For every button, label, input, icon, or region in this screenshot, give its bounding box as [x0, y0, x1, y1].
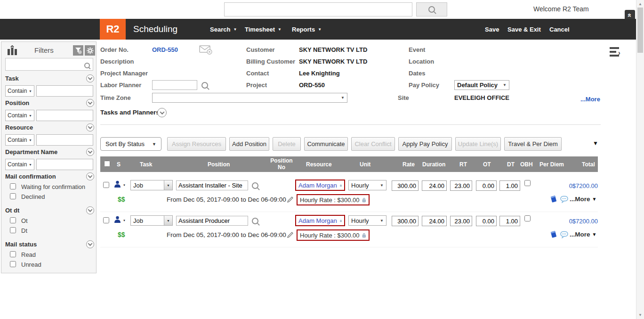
vertical-scrollbar[interactable]: ▲ ▼ — [636, 0, 644, 319]
task-filter-input[interactable] — [36, 85, 93, 97]
unread-checkbox[interactable] — [10, 261, 16, 267]
collapse-section-resource[interactable] — [86, 123, 94, 131]
dt-input[interactable] — [499, 180, 520, 191]
delete-button[interactable]: Delete — [273, 137, 301, 151]
dt-checkbox[interactable] — [10, 227, 16, 233]
collapse-section-department[interactable] — [86, 148, 94, 156]
collapse-section-mail-confirmation[interactable] — [86, 172, 94, 180]
position-operator-select[interactable]: Contain▼ — [5, 110, 34, 121]
resource-locked-field[interactable]: Adam Morgan — [295, 180, 345, 191]
filter-search-input[interactable] — [5, 58, 93, 71]
labor-planner-input[interactable] — [152, 80, 197, 90]
order-no-link[interactable]: ORD-550 — [152, 46, 178, 53]
save-exit-button[interactable]: Save & Exit — [507, 26, 541, 33]
resource-operator-select[interactable]: Contain▼ — [5, 134, 34, 146]
edit-pencil-icon[interactable] — [287, 196, 294, 203]
row-select-checkbox[interactable] — [103, 182, 109, 188]
collapse-section-ot-dt[interactable] — [86, 206, 94, 214]
travel-per-diem-button[interactable]: Travel & Per Diem — [504, 137, 562, 151]
duration-input[interactable] — [422, 180, 447, 191]
nav-menu-search[interactable]: Search▼ — [210, 26, 237, 33]
collapse-section-position[interactable] — [86, 99, 94, 107]
position-input[interactable] — [176, 216, 248, 226]
resource-link[interactable]: Adam Morgan — [298, 182, 337, 189]
clear-conflict-button[interactable]: Clear Conflict — [351, 137, 395, 151]
resource-filter-input[interactable] — [36, 134, 93, 146]
read-checkbox[interactable] — [10, 251, 16, 257]
toolbar-more-caret[interactable]: ▼ — [593, 140, 598, 147]
save-button[interactable]: Save — [485, 26, 499, 33]
communicate-button[interactable]: Communicate — [304, 137, 348, 151]
unit-select[interactable]: Hourly▼ — [348, 215, 386, 226]
rate-input[interactable] — [392, 180, 419, 191]
add-position-button[interactable]: Add Position — [229, 137, 269, 151]
search-icon[interactable] — [252, 218, 258, 224]
ot-input[interactable] — [476, 216, 497, 226]
clear-filter-button[interactable] — [73, 45, 83, 56]
rate-input[interactable] — [392, 216, 419, 226]
collapse-section-task[interactable] — [86, 74, 94, 82]
side-menu-icon[interactable]: › — [610, 47, 624, 58]
notes-book-icon[interactable] — [550, 230, 557, 238]
per-diem-value[interactable]: 0 — [550, 218, 572, 225]
search-icon[interactable] — [252, 182, 258, 189]
task-select[interactable]: Job▼ — [130, 180, 173, 190]
task-select[interactable]: Job▼ — [130, 215, 173, 226]
comment-bubble-icon[interactable] — [560, 196, 568, 203]
assign-resources-button[interactable]: Assign Resources — [167, 137, 226, 151]
task-operator-select[interactable]: Contain▼ — [5, 85, 34, 97]
resource-locked-field[interactable]: Adam Morgan — [295, 215, 345, 226]
department-filter-input[interactable] — [36, 159, 93, 170]
hourly-rate-locked-field[interactable]: Hourly Rate : $300.00 — [297, 229, 370, 241]
total-value[interactable]: $7200.00 — [571, 218, 598, 225]
obh-checkbox[interactable] — [524, 215, 531, 221]
declined-checkbox[interactable] — [10, 193, 16, 199]
apply-pay-policy-button[interactable]: Apply Pay Policy — [398, 137, 452, 151]
notes-book-icon[interactable] — [550, 195, 557, 203]
department-operator-select[interactable]: Contain▼ — [5, 159, 34, 170]
collapse-tasks-panel[interactable] — [157, 108, 167, 117]
row-more-button[interactable]: ...More▼ — [570, 231, 596, 238]
resource-link[interactable]: Adam Morgan — [298, 217, 337, 224]
pay-policy-select[interactable]: Default Policy▼ — [454, 80, 509, 90]
global-search-button[interactable] — [416, 2, 447, 16]
position-filter-input[interactable] — [36, 110, 93, 121]
scrollbar-thumb[interactable] — [637, 8, 643, 53]
ot-input[interactable] — [476, 180, 497, 191]
scroll-up-arrow[interactable]: ▲ — [636, 2, 644, 6]
nav-menu-reports[interactable]: Reports▼ — [292, 26, 322, 33]
duration-input[interactable] — [422, 216, 447, 226]
comment-bubble-icon[interactable] — [560, 231, 568, 238]
rt-input[interactable] — [450, 216, 472, 226]
nav-menu-timesheet[interactable]: Timesheet▼ — [245, 26, 282, 33]
chevron-down-icon[interactable]: ▼ — [123, 219, 126, 222]
waiting-for-confirmation-checkbox[interactable] — [10, 183, 16, 189]
position-input[interactable] — [176, 180, 248, 190]
billing-dollars-icon[interactable]: $$ — [118, 231, 125, 238]
billing-dollars-icon[interactable]: $$ — [118, 196, 125, 203]
edit-pencil-icon[interactable] — [287, 231, 294, 238]
hourly-rate-locked-field[interactable]: Hourly Rate : $300.00 — [297, 194, 370, 205]
row-more-button[interactable]: ...More▼ — [570, 196, 596, 203]
person-status-icon[interactable] — [114, 216, 121, 223]
panel-columns-icon[interactable] — [6, 45, 18, 57]
obh-checkbox[interactable] — [524, 180, 531, 186]
update-lines-button[interactable]: Update Line(s) — [455, 137, 501, 151]
total-value[interactable]: $7200.00 — [571, 182, 598, 189]
row-select-checkbox[interactable] — [103, 217, 109, 223]
select-all-checkbox[interactable] — [104, 161, 110, 167]
more-link[interactable]: ...More — [580, 96, 600, 103]
unit-select[interactable]: Hourly▼ — [348, 180, 386, 190]
collapse-section-mail-status[interactable] — [86, 240, 94, 248]
mail-cancel-icon[interactable] — [199, 44, 213, 56]
global-search-input[interactable] — [224, 2, 412, 16]
cancel-button[interactable]: Cancel — [549, 26, 570, 33]
sort-by-select[interactable]: Sort By Status▼ — [100, 137, 161, 151]
rt-input[interactable] — [450, 180, 472, 191]
scroll-down-arrow[interactable]: ▼ — [636, 313, 644, 317]
time-zone-select[interactable]: ▼ — [152, 93, 347, 103]
dt-input[interactable] — [499, 216, 520, 226]
person-status-icon[interactable] — [114, 180, 121, 188]
chevron-down-icon[interactable]: ▼ — [123, 184, 126, 187]
search-icon[interactable] — [201, 82, 208, 89]
